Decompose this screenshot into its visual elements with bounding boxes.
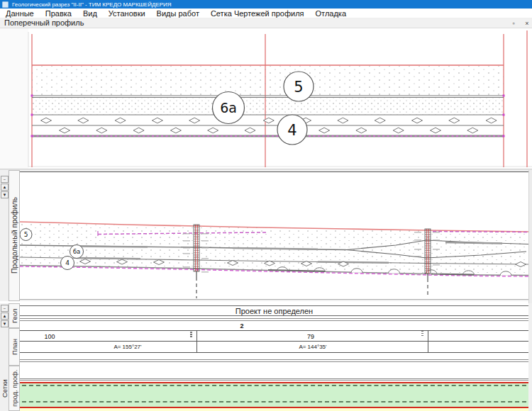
cross-profile-canvas[interactable]: 5 6а 4 (0, 28, 532, 169)
setki-zone: Сетки прод. проф. (0, 366, 532, 411)
green-band (20, 383, 528, 407)
cross-layer-label-6a: 6а (220, 100, 237, 116)
scroll-up-button[interactable]: ▲ (1, 184, 9, 191)
long-layer-label-4: 4 (65, 259, 70, 266)
application-window: Геологический разрез "II-II" - ТИМ КРЕДО… (0, 0, 532, 411)
menu-setka-chertezhey[interactable]: Сетка Чертежей профиля (205, 9, 310, 18)
close-icon[interactable]: × (523, 19, 531, 28)
long-layer-label-5: 5 (24, 231, 28, 238)
menu-bar: Данные Правка Вид Установки Виды работ С… (0, 9, 532, 18)
cross-profile-drawing: 5 6а 4 (0, 28, 532, 169)
azimuth-value-2: А= 144°35' (270, 344, 355, 350)
picket-marker-1 (190, 332, 192, 338)
menu-dannye[interactable]: Данные (0, 9, 40, 18)
window-title: Геологический разрез "II-II" - ТИМ КРЕДО… (12, 0, 172, 9)
grid-zone: − ▲ ▼ Геол План Проект не определен 2 10… (0, 303, 532, 366)
float-icon[interactable]: ▫ (509, 19, 518, 28)
green-dash-row-1 (22, 385, 526, 386)
menu-vidy-rabot[interactable]: Виды работ (151, 9, 205, 18)
long-profile-canvas[interactable]: 5 6а 4 (20, 171, 528, 300)
picket-marker-2 (421, 331, 423, 337)
distance-value-2: 79 (289, 333, 332, 340)
grid-collapse-button[interactable]: − (1, 305, 9, 312)
borehole-1 (194, 225, 199, 298)
tab-setki-label: Сетки (0, 366, 9, 411)
tab-plan-label: План (9, 329, 19, 365)
setki-strip (20, 366, 528, 411)
menu-ustanovki[interactable]: Установки (103, 9, 151, 18)
cross-profile-caption: Поперечный профиль ▫ × (0, 18, 532, 28)
title-bar: Геологический разрез "II-II" - ТИМ КРЕДО… (0, 0, 532, 9)
tab-plan[interactable]: План (9, 328, 20, 366)
yellow-band (20, 408, 528, 411)
picket-divider-1 (196, 330, 197, 352)
menu-vid[interactable]: Вид (77, 9, 103, 18)
cross-profile-title: Поперечный профиль (4, 18, 84, 28)
menu-pravka[interactable]: Правка (40, 9, 77, 18)
tab-prod-prof-label: прод. проф. (9, 366, 19, 410)
setki-gutter: Сетки (0, 366, 9, 411)
tab-long-profile[interactable]: Продольный профиль (9, 170, 20, 301)
borehole-2 (425, 229, 431, 295)
collapse-button[interactable]: − (1, 176, 9, 183)
green-dash-row-2 (22, 401, 526, 402)
grid-gutter: − ▲ ▼ (0, 303, 9, 366)
scroll-down-button[interactable]: ▼ (1, 191, 9, 198)
tab-geol-label: Геол (9, 304, 19, 327)
grid-scroll-down-button[interactable]: ▼ (1, 320, 9, 327)
azimuth-value-1: А= 155°27' (85, 344, 170, 350)
long-layer-label-6a: 6а (73, 248, 81, 255)
tab-long-profile-label: Продольный профиль (9, 171, 19, 300)
long-profile-panel: − ▲ ▼ Продольный профиль (0, 170, 532, 301)
cross-layer-label-4: 4 (287, 122, 297, 139)
grid-scroll-up-button[interactable]: ▲ (1, 313, 9, 320)
app-icon (2, 1, 9, 8)
long-profile-drawing: 5 6а 4 (20, 172, 528, 299)
picket-divider-2 (428, 330, 428, 352)
project-status-bar: Проект не определен (20, 305, 528, 316)
distance-value-1: 100 (28, 333, 71, 340)
tab-geol[interactable]: Геол (9, 303, 20, 328)
kilometer-value: 2 (237, 322, 247, 330)
tab-prod-prof[interactable]: прод. проф. (9, 366, 20, 411)
cross-layer-label-5: 5 (294, 79, 303, 96)
menu-otladka[interactable]: Отладка (310, 9, 352, 18)
long-profile-gutter: − ▲ ▼ (0, 170, 9, 301)
profile-grid: Проект не определен 2 100 79 А= 155°27' … (20, 303, 528, 366)
